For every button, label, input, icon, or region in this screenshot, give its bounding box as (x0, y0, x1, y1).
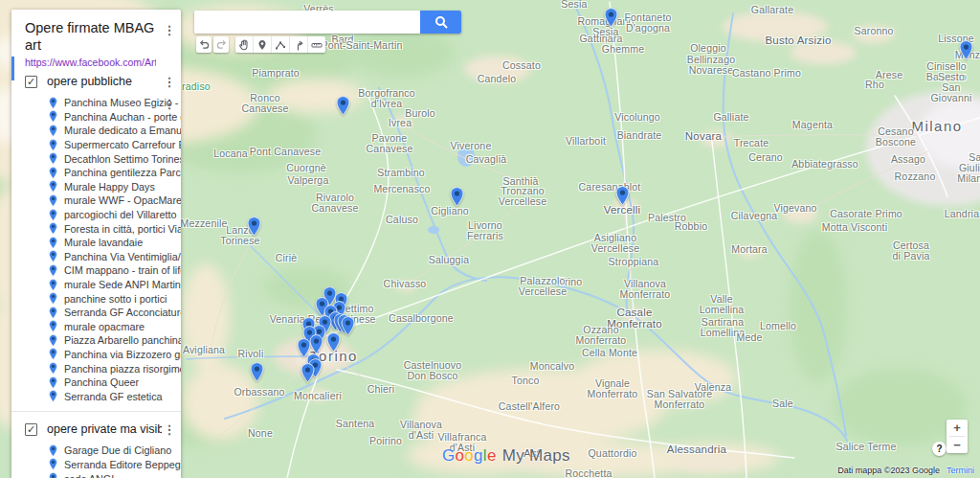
pin-icon (49, 320, 57, 332)
map-marker-pin[interactable] (250, 362, 264, 382)
layer-items: Garage Due di Cigliano Serranda Editore … (11, 444, 181, 478)
pin-icon (49, 458, 57, 470)
help-button[interactable]: ? (932, 442, 947, 456)
list-item-label: Panchina piazza risorgimento (64, 363, 181, 375)
list-item-label: Panchina Via Ventimiglia/La... (64, 251, 181, 262)
draw-line-tool-button[interactable] (272, 36, 290, 53)
pin-icon (49, 152, 57, 165)
list-item[interactable]: parcogiochi del Villaretto (11, 208, 181, 222)
map-marker-pin[interactable] (326, 332, 341, 353)
add-directions-tool-button[interactable] (290, 36, 308, 53)
list-item[interactable]: sede ANGI (11, 471, 181, 478)
undo-button[interactable] (196, 36, 212, 53)
zoom-in-button[interactable]: + (947, 420, 968, 436)
list-item-label: Serranda GF estetica (64, 391, 181, 402)
google-logo-letter: g (474, 446, 483, 465)
terms-link[interactable]: Termini (947, 466, 974, 475)
list-item-label: Murale Happy Days (64, 181, 181, 193)
search-input[interactable] (194, 11, 420, 34)
map-marker-pin[interactable] (309, 334, 323, 354)
list-item-label: Panchina Auchan - porte di t... (64, 111, 181, 123)
list-item-label: Panchina gentilezza Parchet... (64, 167, 181, 178)
measure-tool-button[interactable] (308, 36, 325, 53)
pin-icon (49, 444, 57, 457)
pin-icon (49, 125, 57, 137)
ruler-icon (311, 39, 323, 51)
zoom-out-button[interactable]: − (947, 437, 968, 453)
layer-label: opere private ma visibili (47, 422, 162, 436)
list-item[interactable]: Garage Due di Cigliano (11, 444, 181, 458)
list-item-label: Panchina via Bizzozero giard... (64, 349, 181, 360)
list-item[interactable]: murale Sede ANPI Martinetto (11, 278, 181, 292)
list-item[interactable]: Panchina Auchan - porte di t... (11, 110, 181, 125)
list-item[interactable]: panchine sotto i portici (11, 291, 181, 306)
map-toolbar (196, 36, 325, 53)
map-description-link[interactable]: https://www.facebook.com/ArtByMbag (25, 57, 156, 69)
list-item[interactable]: Decathlon Settimo Torinese (11, 151, 181, 166)
add-marker-tool-button[interactable] (254, 36, 272, 53)
list-item[interactable]: Serranda GF Acconciature (11, 306, 181, 320)
list-item[interactable]: Panchina piazza risorgimento (11, 361, 181, 376)
list-item-label: panchine sotto i portici (64, 293, 181, 305)
pin-icon (49, 139, 57, 151)
layer-checkbox[interactable] (25, 423, 37, 436)
list-item[interactable]: Piazza Arbarello panchina b... (11, 333, 181, 348)
list-item[interactable]: Murale dedicato a Emanuele ... (11, 124, 181, 138)
list-item-label: Decathlon Settimo Torinese (64, 153, 181, 165)
map-marker-pin[interactable] (959, 40, 973, 60)
sidebar-header: Opere firmate MBAG art https://www.faceb… (11, 10, 181, 69)
map-marker-pin[interactable] (336, 96, 350, 116)
pin-icon (49, 180, 57, 193)
pan-hand-tool-button[interactable] (235, 36, 254, 53)
list-item[interactable]: Panchina gentilezza Parchet... (11, 166, 181, 180)
list-item-label: Garage Due di Cigliano (64, 444, 181, 456)
pin-icon (49, 279, 57, 291)
selected-layer-indicator (11, 57, 14, 80)
list-item[interactable]: murale WWF - OpacMare (11, 193, 181, 208)
pin-icon (49, 376, 57, 389)
list-item-label: Murale lavandaie (64, 237, 181, 248)
pin-icon (49, 472, 57, 478)
list-item[interactable]: murale opacmare (11, 320, 181, 334)
search-bar (194, 11, 461, 34)
list-item[interactable]: Panchina Queer (11, 376, 181, 390)
search-button[interactable] (420, 11, 461, 34)
tool-group (235, 36, 325, 53)
list-item[interactable]: Panchina via Bizzozero giard... (11, 348, 181, 362)
map-marker-pin[interactable] (604, 8, 618, 28)
list-item-label: Supermercato Carrefour Exp... (64, 139, 181, 150)
list-item[interactable]: Supermercato Carrefour Exp... (11, 138, 181, 152)
list-item[interactable]: Foresta in città, portici Via A... (11, 221, 181, 236)
google-my-maps-watermark: Google My Maps (442, 446, 570, 466)
map-marker-pin[interactable] (450, 187, 464, 207)
pin-icon (49, 362, 57, 375)
layer-checkbox[interactable] (25, 76, 37, 88)
list-item[interactable]: Murale lavandaie (11, 236, 181, 250)
pin-icon (49, 222, 57, 235)
layers-list: opere pubbliche Panchina Museo Egizio - … (11, 71, 181, 478)
pin-icon (49, 264, 57, 277)
layer-header-0: opere pubbliche (11, 71, 181, 92)
search-icon (434, 15, 448, 29)
map-marker-pin[interactable] (341, 316, 355, 336)
layer-label: opere pubbliche (47, 75, 162, 88)
map-marker-pin[interactable] (247, 216, 261, 237)
list-item[interactable]: Serranda Editore Beppegrande (11, 458, 181, 472)
list-item[interactable]: Murale Happy Days (11, 180, 181, 194)
map-attribution: Dati mappa ©2023 Google Termini (837, 466, 974, 475)
layer-menu-button[interactable] (162, 73, 177, 90)
map-marker-pin[interactable] (615, 186, 630, 206)
list-item[interactable]: Serranda GF estetica (11, 389, 181, 403)
list-item-label: murale opacmare (64, 321, 181, 332)
list-item[interactable]: Panchina Museo Egizio - por... (11, 96, 181, 110)
list-item-label: Foresta in città, portici Via A... (64, 223, 181, 235)
directions-icon (293, 39, 304, 51)
google-logo-letter: o (456, 446, 465, 465)
redo-button[interactable] (213, 36, 229, 53)
map-menu-button[interactable] (162, 21, 177, 38)
layer-menu-button[interactable] (162, 421, 177, 438)
google-logo-letter: e (487, 446, 497, 465)
list-item[interactable]: CIM mappano - train of life (11, 263, 181, 278)
list-item[interactable]: Panchina Via Ventimiglia/La... (11, 250, 181, 264)
map-marker-pin[interactable] (301, 363, 315, 383)
